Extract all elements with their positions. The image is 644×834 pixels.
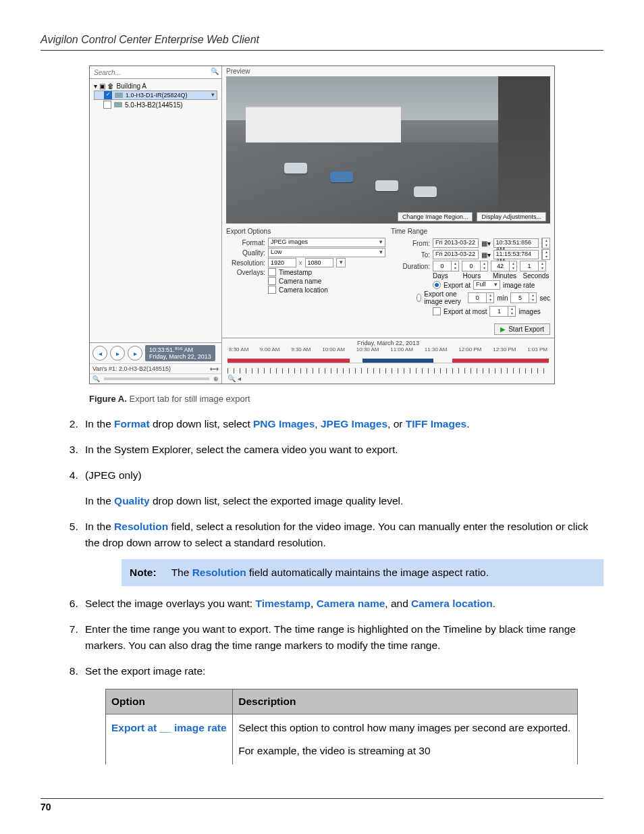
rate-full-radio[interactable] — [433, 281, 441, 289]
step-4: (JPEG only) In the Quality drop down lis… — [81, 467, 603, 509]
running-header: Avigilon Control Center Enterprise Web C… — [41, 34, 603, 51]
zoom-row[interactable]: 🔍⊕ — [90, 373, 221, 384]
from-date[interactable]: Fri 2013-03-22 — [433, 238, 479, 248]
timeline-bars[interactable] — [227, 355, 549, 367]
search-input[interactable] — [90, 66, 221, 78]
display-adjustments-button[interactable]: Display Adjustments... — [477, 212, 546, 221]
camera-icon — [114, 102, 122, 107]
figure-caption: Figure A. Export tab for still image exp… — [89, 394, 555, 404]
to-date[interactable]: Fri 2013-03-22 — [433, 250, 479, 259]
to-time[interactable]: 11:15:53:784 AM — [493, 250, 539, 259]
time-range-title: Time Range — [391, 228, 550, 235]
playback-controls: ◂ ▸ ▸ 10:33:51.⁸⁵⁶ AM Friday, March 22, … — [90, 342, 221, 363]
time-range-panel: Time Range From: Fri 2013-03-22 ▦▾ 10:33… — [391, 228, 550, 335]
camera-strip-label: Van's #1: 2.0-H3-B2(148515)⟷ — [90, 363, 221, 373]
dur-hours[interactable]: ▴▾ — [462, 261, 488, 271]
dur-sec[interactable]: ▴▾ — [520, 261, 546, 271]
zoom-out-icon: 🔍 — [92, 375, 100, 382]
overlay-cameraname-checkbox[interactable] — [268, 277, 276, 285]
play-icon: ▶ — [500, 325, 506, 333]
checkbox-icon[interactable] — [103, 101, 111, 109]
step-7: Enter the time range you want to export.… — [81, 621, 603, 654]
tree-camera-2[interactable]: 5.0-H3-B2(144515) — [94, 100, 217, 109]
col-description: Description — [233, 689, 578, 714]
times-icon: x — [299, 259, 302, 266]
step-3: In the System Explorer, select the camer… — [81, 442, 603, 458]
calendar-icon[interactable]: ▦▾ — [481, 240, 491, 247]
export-options-title: Export Options — [226, 228, 385, 235]
overlay-timestamp-checkbox[interactable] — [268, 268, 276, 276]
timeline-scale: 8:30 AM9:00 AM 9:30 AM10:00 AM 10:30 AM1… — [222, 346, 554, 353]
step-2: In the Format drop down list, select PNG… — [81, 416, 603, 432]
timeline-zoom[interactable]: 🔍 ◂ — [222, 373, 554, 384]
step-back-button[interactable]: ◂ — [92, 346, 107, 361]
change-image-region-button[interactable]: Change Image Region... — [398, 212, 473, 221]
overlay-cameralocation-checkbox[interactable] — [268, 286, 276, 294]
camera-icon — [115, 93, 123, 98]
export-options-panel: Export Options Format: JPEG images Quali… — [226, 228, 385, 335]
checkbox-icon[interactable]: ✓ — [104, 91, 112, 99]
figure-a: 🔍 ▾ ▣ 🗑 Building A ✓ 1.0-H3-D1-IR(25824Q… — [89, 66, 555, 404]
timeline-date: Friday, March 22, 2013 — [222, 340, 554, 346]
step-6: Select the image overlays you want: Time… — [81, 596, 603, 612]
search-icon: 🔍 — [211, 68, 219, 75]
note-box: Note: The Resolution field automatically… — [122, 559, 603, 586]
step-8: Set the export image rate: Option Descri… — [81, 663, 603, 764]
calendar-icon[interactable]: ▦▾ — [481, 251, 491, 259]
start-export-button[interactable]: ▶ Start Export — [494, 323, 550, 335]
export-tab-screenshot: 🔍 ▾ ▣ 🗑 Building A ✓ 1.0-H3-D1-IR(25824Q… — [89, 66, 555, 384]
tree-site[interactable]: ▾ ▣ 🗑 Building A — [94, 82, 217, 90]
rate-atmost-count[interactable]: ▴▾ — [489, 306, 516, 317]
quality-select[interactable]: Low — [268, 248, 385, 257]
step-5: In the Resolution field, select a resolu… — [81, 519, 603, 586]
rate-every-sec[interactable]: ▴▾ — [510, 292, 537, 303]
res-width-input[interactable] — [268, 258, 296, 267]
step-fwd-button[interactable]: ▸ — [128, 346, 142, 361]
instruction-list: In the Format drop down list, select PNG… — [41, 416, 603, 764]
image-rate-table: Option Description Export at __ image ra… — [105, 689, 578, 764]
col-option: Option — [106, 689, 233, 714]
system-explorer-tree[interactable]: ▾ ▣ 🗑 Building A ✓ 1.0-H3-D1-IR(25824Q) … — [90, 79, 221, 342]
video-preview[interactable]: Change Image Region... Display Adjustmen… — [226, 76, 550, 224]
timeline-ticks — [227, 368, 549, 373]
res-height-input[interactable] — [305, 258, 333, 267]
tree-camera-1[interactable]: ✓ 1.0-H3-D1-IR(25824Q) — [94, 90, 217, 100]
table-row: Export at __ image rate Select this opti… — [106, 714, 578, 765]
playhead-time: 10:33:51.⁸⁵⁶ AM Friday, March 22, 2013 — [145, 345, 215, 361]
page-number: 70 — [41, 798, 603, 812]
play-button[interactable]: ▸ — [110, 346, 125, 361]
from-time-spinner[interactable]: ▴▾ — [541, 238, 550, 249]
format-select[interactable]: JPEG images — [268, 238, 385, 247]
res-select[interactable] — [336, 258, 346, 267]
from-time[interactable]: 10:33:51:856 AM — [493, 238, 539, 248]
rate-every-radio[interactable] — [417, 294, 422, 302]
table-header-row: Option Description — [106, 689, 578, 714]
dur-min[interactable]: ▴▾ — [491, 261, 517, 271]
to-time-spinner[interactable]: ▴▾ — [541, 249, 550, 260]
rate-atmost-checkbox[interactable] — [433, 307, 441, 315]
search-box[interactable]: 🔍 — [90, 66, 221, 79]
timeline[interactable]: Friday, March 22, 2013 8:30 AM9:00 AM 9:… — [222, 338, 554, 384]
preview-label: Preview — [222, 66, 554, 76]
dur-days[interactable]: ▴▾ — [433, 261, 459, 271]
rate-full-select[interactable]: Full — [473, 280, 500, 290]
rate-every-min[interactable]: ▴▾ — [468, 292, 494, 303]
